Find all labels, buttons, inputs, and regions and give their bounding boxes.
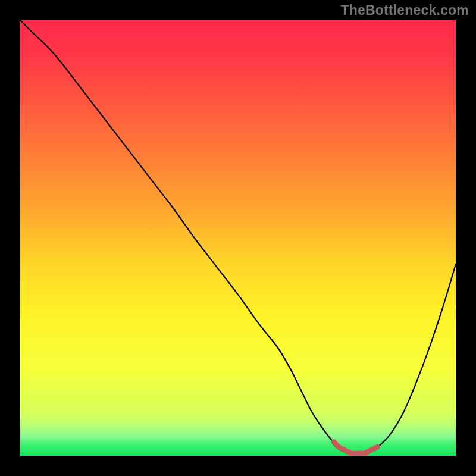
plot-area xyxy=(20,20,456,456)
chart-svg xyxy=(20,20,456,456)
chart-frame: TheBottleneck.com xyxy=(0,0,476,476)
watermark-text: TheBottleneck.com xyxy=(340,2,469,18)
gradient-background xyxy=(20,20,456,456)
